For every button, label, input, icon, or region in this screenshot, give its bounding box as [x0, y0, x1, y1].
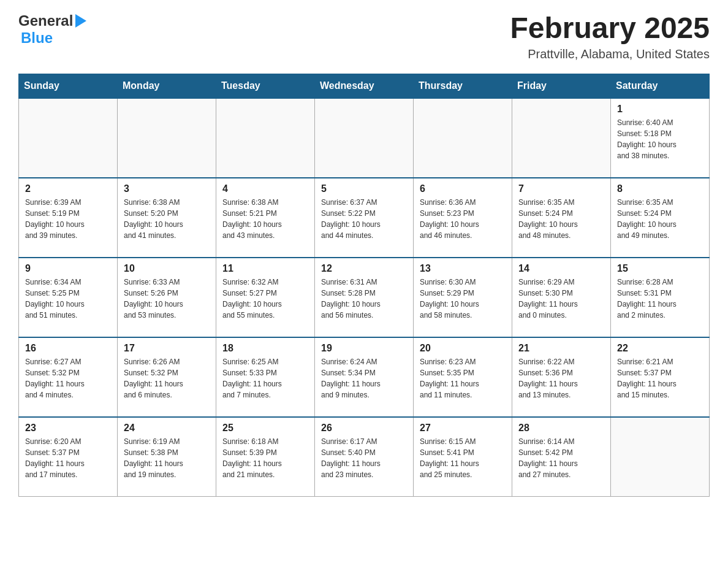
- day-info: Sunrise: 6:21 AM Sunset: 5:37 PM Dayligh…: [617, 356, 703, 400]
- day-info: Sunrise: 6:40 AM Sunset: 5:18 PM Dayligh…: [617, 117, 703, 161]
- day-number: 12: [321, 263, 407, 274]
- title-block: February 2025 Prattville, Alabama, Unite…: [510, 12, 710, 61]
- calendar-cell: 26Sunrise: 6:17 AM Sunset: 5:40 PM Dayli…: [315, 417, 414, 497]
- calendar-cell: 14Sunrise: 6:29 AM Sunset: 5:30 PM Dayli…: [512, 258, 611, 337]
- day-info: Sunrise: 6:35 AM Sunset: 5:24 PM Dayligh…: [518, 197, 604, 241]
- day-number: 3: [124, 183, 210, 194]
- day-info: Sunrise: 6:38 AM Sunset: 5:21 PM Dayligh…: [222, 197, 308, 241]
- calendar-cell: 19Sunrise: 6:24 AM Sunset: 5:34 PM Dayli…: [315, 337, 414, 417]
- calendar-cell: 17Sunrise: 6:26 AM Sunset: 5:32 PM Dayli…: [118, 337, 216, 417]
- day-info: Sunrise: 6:22 AM Sunset: 5:36 PM Dayligh…: [518, 356, 604, 400]
- calendar-table: SundayMondayTuesdayWednesdayThursdayFrid…: [18, 74, 710, 497]
- calendar-cell: 20Sunrise: 6:23 AM Sunset: 5:35 PM Dayli…: [414, 337, 512, 417]
- day-info: Sunrise: 6:39 AM Sunset: 5:19 PM Dayligh…: [25, 197, 111, 241]
- month-title: February 2025: [510, 12, 710, 45]
- day-info: Sunrise: 6:30 AM Sunset: 5:29 PM Dayligh…: [420, 277, 506, 321]
- day-info: Sunrise: 6:28 AM Sunset: 5:31 PM Dayligh…: [617, 277, 703, 321]
- day-number: 8: [617, 183, 703, 194]
- day-info: Sunrise: 6:14 AM Sunset: 5:42 PM Dayligh…: [518, 436, 604, 480]
- calendar-cell: 13Sunrise: 6:30 AM Sunset: 5:29 PM Dayli…: [414, 258, 512, 337]
- calendar-cell: 24Sunrise: 6:19 AM Sunset: 5:38 PM Dayli…: [118, 417, 216, 497]
- day-number: 10: [124, 263, 210, 274]
- day-number: 4: [222, 183, 308, 194]
- logo-arrow-icon: [75, 14, 86, 28]
- weekday-header-thursday: Thursday: [414, 74, 512, 98]
- day-number: 5: [321, 183, 407, 194]
- day-info: Sunrise: 6:33 AM Sunset: 5:26 PM Dayligh…: [124, 277, 210, 321]
- calendar-cell: 9Sunrise: 6:34 AM Sunset: 5:25 PM Daylig…: [19, 258, 118, 337]
- calendar-cell: 28Sunrise: 6:14 AM Sunset: 5:42 PM Dayli…: [512, 417, 611, 497]
- day-number: 17: [124, 343, 210, 354]
- day-number: 28: [518, 423, 604, 434]
- weekday-header-friday: Friday: [512, 74, 611, 98]
- calendar-cell: 11Sunrise: 6:32 AM Sunset: 5:27 PM Dayli…: [216, 258, 315, 337]
- day-info: Sunrise: 6:24 AM Sunset: 5:34 PM Dayligh…: [321, 356, 407, 400]
- logo-blue-text: Blue: [21, 29, 53, 46]
- day-info: Sunrise: 6:32 AM Sunset: 5:27 PM Dayligh…: [222, 277, 308, 321]
- calendar-cell: 4Sunrise: 6:38 AM Sunset: 5:21 PM Daylig…: [216, 178, 315, 258]
- day-info: Sunrise: 6:20 AM Sunset: 5:37 PM Dayligh…: [25, 436, 111, 480]
- day-info: Sunrise: 6:37 AM Sunset: 5:22 PM Dayligh…: [321, 197, 407, 241]
- calendar-week-row: 1Sunrise: 6:40 AM Sunset: 5:18 PM Daylig…: [19, 98, 710, 178]
- page-header: General Blue February 2025 Prattville, A…: [18, 12, 710, 61]
- calendar-cell: 22Sunrise: 6:21 AM Sunset: 5:37 PM Dayli…: [611, 337, 710, 417]
- calendar-cell: [216, 98, 315, 178]
- calendar-cell: 7Sunrise: 6:35 AM Sunset: 5:24 PM Daylig…: [512, 178, 611, 258]
- day-number: 9: [25, 263, 111, 274]
- day-number: 13: [420, 263, 506, 274]
- logo: General Blue: [18, 12, 86, 47]
- logo-general-text: General: [18, 12, 73, 29]
- calendar-cell: 1Sunrise: 6:40 AM Sunset: 5:18 PM Daylig…: [611, 98, 710, 178]
- day-number: 7: [518, 183, 604, 194]
- calendar-cell: 15Sunrise: 6:28 AM Sunset: 5:31 PM Dayli…: [611, 258, 710, 337]
- day-info: Sunrise: 6:17 AM Sunset: 5:40 PM Dayligh…: [321, 436, 407, 480]
- calendar-cell: 16Sunrise: 6:27 AM Sunset: 5:32 PM Dayli…: [19, 337, 118, 417]
- calendar-cell: 27Sunrise: 6:15 AM Sunset: 5:41 PM Dayli…: [414, 417, 512, 497]
- calendar-cell: 10Sunrise: 6:33 AM Sunset: 5:26 PM Dayli…: [118, 258, 216, 337]
- day-number: 1: [617, 104, 703, 115]
- day-info: Sunrise: 6:29 AM Sunset: 5:30 PM Dayligh…: [518, 277, 604, 321]
- day-number: 20: [420, 343, 506, 354]
- day-number: 15: [617, 263, 703, 274]
- calendar-cell: [118, 98, 216, 178]
- calendar-cell: [414, 98, 512, 178]
- calendar-cell: 3Sunrise: 6:38 AM Sunset: 5:20 PM Daylig…: [118, 178, 216, 258]
- calendar-cell: 23Sunrise: 6:20 AM Sunset: 5:37 PM Dayli…: [19, 417, 118, 497]
- day-info: Sunrise: 6:23 AM Sunset: 5:35 PM Dayligh…: [420, 356, 506, 400]
- day-info: Sunrise: 6:35 AM Sunset: 5:24 PM Dayligh…: [617, 197, 703, 241]
- day-number: 6: [420, 183, 506, 194]
- calendar-header-row: SundayMondayTuesdayWednesdayThursdayFrid…: [19, 74, 710, 98]
- calendar-cell: 8Sunrise: 6:35 AM Sunset: 5:24 PM Daylig…: [611, 178, 710, 258]
- calendar-cell: 6Sunrise: 6:36 AM Sunset: 5:23 PM Daylig…: [414, 178, 512, 258]
- day-info: Sunrise: 6:15 AM Sunset: 5:41 PM Dayligh…: [420, 436, 506, 480]
- day-info: Sunrise: 6:36 AM Sunset: 5:23 PM Dayligh…: [420, 197, 506, 241]
- day-number: 22: [617, 343, 703, 354]
- calendar-week-row: 23Sunrise: 6:20 AM Sunset: 5:37 PM Dayli…: [19, 417, 710, 497]
- calendar-week-row: 16Sunrise: 6:27 AM Sunset: 5:32 PM Dayli…: [19, 337, 710, 417]
- calendar-week-row: 9Sunrise: 6:34 AM Sunset: 5:25 PM Daylig…: [19, 258, 710, 337]
- day-number: 24: [124, 423, 210, 434]
- calendar-cell: 25Sunrise: 6:18 AM Sunset: 5:39 PM Dayli…: [216, 417, 315, 497]
- day-info: Sunrise: 6:26 AM Sunset: 5:32 PM Dayligh…: [124, 356, 210, 400]
- day-info: Sunrise: 6:38 AM Sunset: 5:20 PM Dayligh…: [124, 197, 210, 241]
- day-number: 18: [222, 343, 308, 354]
- day-info: Sunrise: 6:25 AM Sunset: 5:33 PM Dayligh…: [222, 356, 308, 400]
- calendar-cell: [512, 98, 611, 178]
- day-number: 27: [420, 423, 506, 434]
- day-number: 26: [321, 423, 407, 434]
- day-number: 16: [25, 343, 111, 354]
- calendar-cell: [315, 98, 414, 178]
- calendar-cell: 5Sunrise: 6:37 AM Sunset: 5:22 PM Daylig…: [315, 178, 414, 258]
- weekday-header-tuesday: Tuesday: [216, 74, 315, 98]
- day-number: 11: [222, 263, 308, 274]
- calendar-cell: 18Sunrise: 6:25 AM Sunset: 5:33 PM Dayli…: [216, 337, 315, 417]
- day-number: 25: [222, 423, 308, 434]
- day-number: 14: [518, 263, 604, 274]
- calendar-cell: [611, 417, 710, 497]
- day-info: Sunrise: 6:18 AM Sunset: 5:39 PM Dayligh…: [222, 436, 308, 480]
- weekday-header-saturday: Saturday: [611, 74, 710, 98]
- weekday-header-sunday: Sunday: [19, 74, 118, 98]
- location-text: Prattville, Alabama, United States: [510, 47, 710, 61]
- calendar-cell: 12Sunrise: 6:31 AM Sunset: 5:28 PM Dayli…: [315, 258, 414, 337]
- day-number: 23: [25, 423, 111, 434]
